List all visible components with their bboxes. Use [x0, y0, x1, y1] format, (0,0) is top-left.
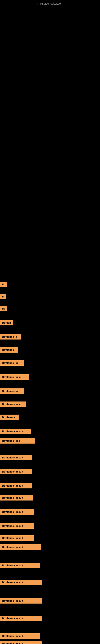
bottleneck-result-item: Bottleneck result — [0, 633, 40, 639]
bottleneck-result-item: Bottleneck resul — [0, 374, 29, 380]
bottleneck-result-item: Bottleneck re — [0, 360, 24, 366]
bottleneck-result-item: Bottleneck result — [0, 483, 32, 488]
bottleneck-result-item: Bottleneck result — [0, 563, 40, 568]
bottleneck-result-item: Bottlenec — [0, 347, 18, 352]
bottleneck-result-item: Bottleneck result — [0, 580, 42, 585]
bottleneck-result-item: Bottleneck result — [0, 469, 32, 474]
bottleneck-result-item: Bo — [0, 282, 7, 287]
bottleneck-result-item: Bottleneck re — [0, 388, 24, 394]
bottleneck-result-item: Bottlen — [0, 320, 13, 326]
bottleneck-result-item: Bo — [0, 306, 7, 311]
bottleneck-result-item: Bottleneck result — [0, 495, 33, 500]
bottleneck-result-item: Bottleneck — [0, 414, 19, 420]
bottleneck-result-item: Bottleneck result — [0, 616, 42, 621]
bottleneck-result-item: Bottleneck result — [0, 455, 32, 460]
bottleneck-result-item: Bottleneck result — [0, 598, 42, 604]
bottleneck-result-item: Bottleneck result — [0, 535, 34, 541]
bottleneck-result-item: Bottleneck result — [0, 523, 34, 529]
bottleneck-result-item: B — [0, 294, 6, 299]
bottleneck-result-item: Bottleneck res — [0, 438, 35, 444]
bottleneck-result-item: Bottleneck result — [0, 429, 31, 434]
bottleneck-result-item: Bottleneck result — [0, 509, 34, 514]
site-title: TheBottlenecker.com — [37, 2, 63, 5]
bottleneck-result-item: Bottleneck result — [0, 641, 42, 644]
bottleneck-result-item: Bottleneck res — [0, 402, 26, 407]
bottleneck-result-item: Bottleneck r — [0, 334, 21, 340]
bottleneck-result-item: Bottleneck result — [0, 544, 41, 550]
